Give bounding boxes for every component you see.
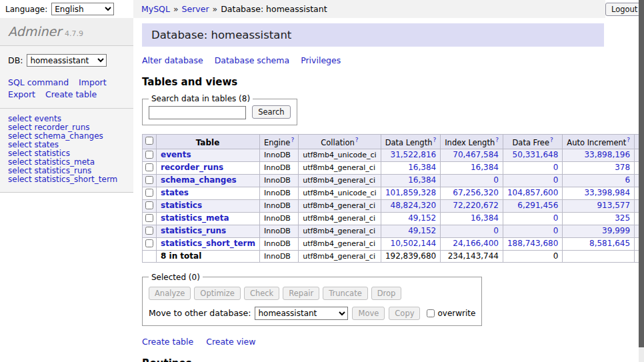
cell-data-free[interactable]: 104,857,600: [503, 187, 562, 199]
repair-button[interactable]: Repair: [283, 287, 319, 300]
table-name-link[interactable]: recorder_runs: [161, 163, 223, 172]
create-table-link[interactable]: Create table: [142, 337, 193, 347]
table-name-link[interactable]: statistics_meta: [161, 213, 229, 223]
cell-auto-increment[interactable]: 39,999: [563, 225, 635, 237]
cell-data-length[interactable]: 101,859,328: [381, 187, 441, 199]
cell-index-length[interactable]: 70,467,584: [441, 149, 503, 161]
search-input[interactable]: [149, 106, 246, 119]
search-button[interactable]: Search: [252, 105, 291, 119]
create-view-link[interactable]: Create view: [206, 337, 255, 347]
col-data-length[interactable]: Data Length?: [381, 134, 441, 149]
row-checkbox[interactable]: [145, 239, 153, 247]
breadcrumb-link-mysql[interactable]: MySQL: [141, 4, 170, 14]
cell-collation: utf8mb4_general_ci: [299, 237, 381, 250]
cell-index-length[interactable]: 16,384: [441, 161, 503, 174]
col-auto-increment[interactable]: Auto Increment?: [563, 134, 635, 149]
table-row: statesInnoDButf8mb4_unicode_ci101,859,32…: [143, 187, 644, 199]
cell-auto-increment[interactable]: 325: [563, 212, 635, 225]
col-collation[interactable]: Collation?: [299, 134, 381, 149]
cell-collation: utf8mb4_unicode_ci: [299, 149, 381, 161]
table-name-link[interactable]: statistics: [161, 201, 202, 210]
sidebar-select-link[interactable]: select statistics_short_term: [8, 175, 125, 184]
cell-data-length[interactable]: 16,384: [381, 174, 441, 187]
truncate-button[interactable]: Truncate: [323, 287, 368, 300]
scrollbar-track[interactable]: [639, 0, 644, 362]
cell-index-length[interactable]: 24,166,400: [441, 237, 503, 250]
language-select[interactable]: English: [51, 3, 114, 15]
table-create-links: Create table Create view: [142, 337, 604, 347]
cell-index-length[interactable]: 0: [441, 225, 503, 237]
col-engine[interactable]: Engine?: [259, 134, 298, 149]
alter-database-link[interactable]: Alter database: [142, 55, 203, 65]
table-name-link[interactable]: statistics_short_term: [161, 239, 255, 248]
row-checkbox[interactable]: [145, 176, 153, 184]
overwrite-checkbox[interactable]: [427, 309, 435, 317]
logout-button[interactable]: Logout: [605, 3, 643, 16]
cell-data-free[interactable]: 188,743,680: [503, 237, 562, 250]
cell-data-free[interactable]: 50,331,648: [503, 149, 562, 161]
move-button[interactable]: Move: [352, 307, 385, 320]
selected-legend: Selected (0): [149, 273, 203, 282]
top-bar: Language: English MySQL » Server » Datab…: [0, 0, 644, 18]
table-name-link[interactable]: states: [161, 188, 189, 197]
sql-command-link[interactable]: SQL command: [8, 77, 69, 89]
cell-index-length[interactable]: 72,220,672: [441, 199, 503, 212]
cell-data-free[interactable]: 6,291,456: [503, 199, 562, 212]
cell-data-length[interactable]: 49,152: [381, 225, 441, 237]
cell-data-free[interactable]: 0: [503, 161, 562, 174]
export-link[interactable]: Export: [8, 89, 35, 101]
cell-auto-increment[interactable]: 8,581,645: [563, 237, 635, 250]
optimize-button[interactable]: Optimize: [194, 287, 241, 300]
check-button[interactable]: Check: [244, 287, 279, 300]
row-checkbox[interactable]: [145, 189, 153, 197]
col-data-free[interactable]: Data Free?: [503, 134, 562, 149]
import-link[interactable]: Import: [79, 77, 107, 89]
cell-data-free[interactable]: 0: [503, 212, 562, 225]
cell-data-length[interactable]: 10,502,144: [381, 237, 441, 250]
language-area: Language: English: [0, 0, 133, 18]
cell-engine: InnoDB: [259, 225, 298, 237]
row-checkbox[interactable]: [145, 151, 153, 159]
table-row: statisticsInnoDButf8mb4_general_ci48,824…: [143, 199, 644, 212]
breadcrumb-link-server[interactable]: Server: [182, 4, 209, 14]
db-select[interactable]: homeassistant: [27, 54, 107, 67]
cell-data-length[interactable]: 48,824,320: [381, 199, 441, 212]
cell-data-length[interactable]: 16,384: [381, 161, 441, 174]
analyze-button[interactable]: Analyze: [149, 287, 191, 300]
move-db-select[interactable]: homeassistant: [255, 307, 348, 320]
col-index-length[interactable]: Index Length?: [441, 134, 503, 149]
cell-data-free[interactable]: 0: [503, 225, 562, 237]
row-checkbox[interactable]: [145, 201, 153, 209]
row-checkbox[interactable]: [145, 227, 153, 235]
create-table-link-sidebar[interactable]: Create table: [45, 89, 97, 101]
cell-auto-increment[interactable]: 378: [563, 161, 635, 174]
copy-button[interactable]: Copy: [389, 307, 420, 320]
col-table[interactable]: Table: [157, 134, 260, 149]
drop-button[interactable]: Drop: [371, 287, 402, 300]
total-engine: InnoDB: [259, 250, 298, 262]
table-name-link[interactable]: statistics_runs: [161, 226, 226, 235]
row-checkbox[interactable]: [145, 214, 153, 222]
cell-auto-increment[interactable]: 6: [563, 174, 635, 187]
selected-fieldset: Selected (0) Analyze Optimize Check Repa…: [142, 273, 482, 326]
cell-index-length[interactable]: 0: [441, 174, 503, 187]
cell-index-length[interactable]: 67,256,320: [441, 187, 503, 199]
total-label: 8 in total: [157, 250, 260, 262]
select-all-checkbox[interactable]: [145, 137, 153, 145]
app-name: Adminer: [8, 24, 61, 39]
cell-index-length[interactable]: 16,384: [441, 212, 503, 225]
row-checkbox[interactable]: [145, 163, 153, 171]
database-schema-link[interactable]: Database schema: [215, 55, 289, 65]
cell-engine: InnoDB: [259, 212, 298, 225]
cell-auto-increment[interactable]: 33,898,196: [563, 149, 635, 161]
cell-collation: utf8mb4_general_ci: [299, 212, 381, 225]
cell-auto-increment[interactable]: 33,398,984: [563, 187, 635, 199]
cell-data-free[interactable]: 0: [503, 174, 562, 187]
cell-auto-increment[interactable]: 913,577: [563, 199, 635, 212]
table-name-link[interactable]: events: [161, 150, 191, 159]
cell-data-length[interactable]: 31,522,816: [381, 149, 441, 161]
scrollbar-thumb[interactable]: [639, 0, 644, 347]
table-name-link[interactable]: schema_changes: [161, 175, 237, 185]
cell-data-length[interactable]: 49,152: [381, 212, 441, 225]
privileges-link[interactable]: Privileges: [301, 55, 341, 65]
